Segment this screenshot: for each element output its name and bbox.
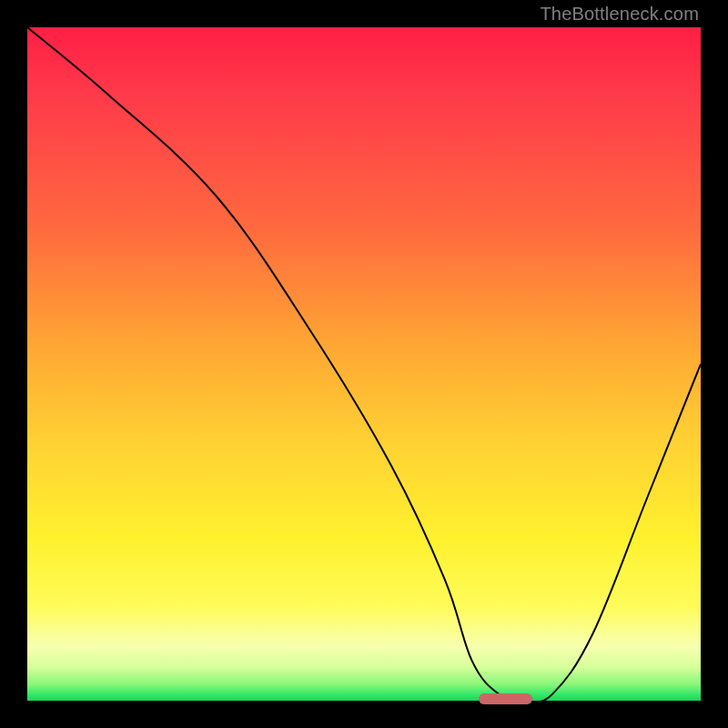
watermark-text: TheBottleneck.com [540,4,699,25]
plot-background-gradient [27,27,701,701]
chart-frame: TheBottleneck.com [0,0,728,728]
optimal-marker [479,693,532,704]
